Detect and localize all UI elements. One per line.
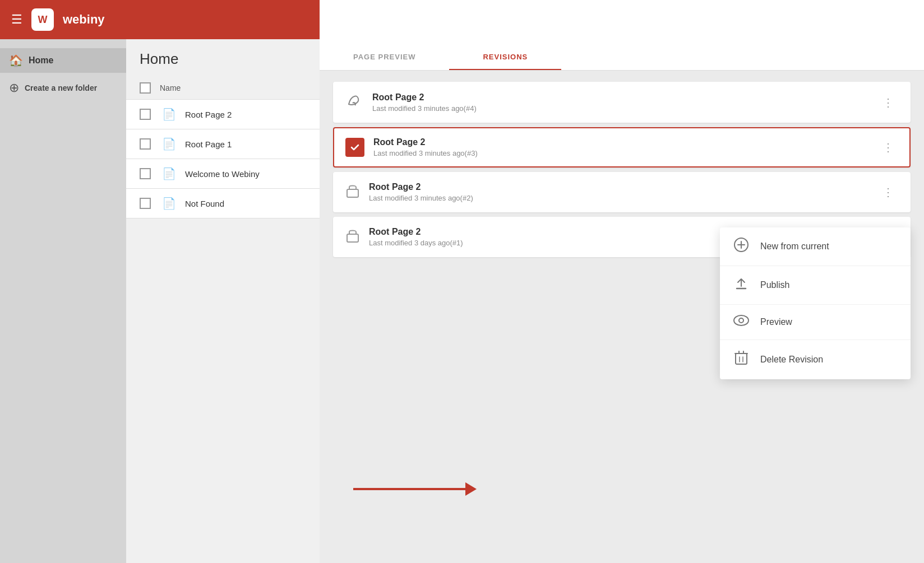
svg-point-8 (739, 318, 743, 323)
create-folder-icon: ⊕ (9, 81, 19, 95)
row-checkbox[interactable] (140, 198, 153, 209)
file-row[interactable]: 📄 Not Found (126, 189, 320, 218)
left-panel: 🏠 Home ⊕ Create a new folder Home Name (0, 39, 320, 563)
revision-more-button[interactable]: ⋮ (878, 183, 898, 201)
file-name: Not Found (185, 199, 224, 208)
delete-revision-icon (733, 350, 749, 369)
home-icon: 🏠 (9, 54, 23, 67)
row-checkbox[interactable] (140, 168, 153, 179)
menu-item-label: New from current (760, 241, 829, 252)
right-panel: PAGE PREVIEW REVISIONS Root Page 2 Las (320, 39, 924, 563)
hamburger-icon[interactable]: ☰ (11, 12, 22, 27)
logo-letter: W (38, 14, 48, 26)
svg-point-7 (734, 315, 749, 325)
arrow-line (353, 488, 465, 490)
tabs-bar: PAGE PREVIEW REVISIONS (320, 39, 924, 71)
menu-item-new-from-current[interactable]: New from current (720, 227, 911, 266)
row-checkbox[interactable] (140, 109, 153, 120)
sidebar-create-folder[interactable]: ⊕ Create a new folder (0, 75, 126, 101)
svg-rect-9 (736, 353, 747, 364)
publish-icon (733, 276, 749, 294)
revision-info: Root Page 2 Last modified 3 minutes ago(… (373, 137, 869, 157)
file-name: Root Page 1 (185, 139, 232, 149)
file-icon: 📄 (162, 197, 176, 210)
row-checkbox[interactable] (140, 138, 153, 150)
sidebar-home-label: Home (29, 55, 53, 66)
new-from-current-icon (733, 238, 749, 255)
file-icon: 📄 (162, 137, 176, 151)
file-row[interactable]: 📄 Root Page 2 (126, 100, 320, 129)
name-column-header: Name (160, 83, 181, 92)
revisions-panel: Root Page 2 Last modified 3 minutes ago(… (320, 71, 924, 563)
revision-more-button[interactable]: ⋮ (878, 94, 898, 111)
file-icon: 📄 (162, 108, 176, 121)
revision-lock-icon (345, 227, 360, 247)
file-list-panel: Home Name 📄 Root Page 2 (126, 39, 320, 563)
revision-card[interactable]: Root Page 2 Last modified 3 minutes ago(… (333, 172, 911, 212)
sidebar: 🏠 Home ⊕ Create a new folder (0, 39, 126, 563)
revision-info: Root Page 2 Last modified 3 minutes ago(… (372, 92, 869, 113)
menu-item-preview[interactable]: Preview (720, 305, 911, 340)
app-header: ☰ W webiny (0, 0, 320, 39)
context-menu: New from current Publish (720, 227, 911, 379)
arrow-head (465, 482, 477, 496)
tab-revisions[interactable]: REVISIONS (449, 53, 561, 70)
file-icon: 📄 (162, 167, 176, 180)
file-row[interactable]: 📄 Root Page 1 (126, 129, 320, 159)
revision-card[interactable]: Root Page 2 Last modified 3 minutes ago(… (333, 82, 911, 123)
menu-item-label: Preview (760, 317, 792, 327)
arrow-indicator (353, 482, 477, 496)
file-name: Welcome to Webiny (185, 169, 260, 179)
revision-more-button[interactable]: ⋮ (878, 138, 898, 156)
sidebar-item-home[interactable]: 🏠 Home (0, 48, 126, 73)
header-checkbox[interactable] (140, 82, 153, 94)
revision-edit-icon (345, 92, 363, 113)
file-name: Root Page 2 (185, 110, 232, 119)
app-name: webiny (63, 12, 105, 27)
svg-rect-1 (347, 234, 358, 242)
revision-title: Root Page 2 (369, 182, 869, 192)
file-list-header: Name (126, 77, 320, 100)
menu-item-label: Delete Revision (760, 355, 823, 365)
revision-lock-icon (345, 182, 360, 202)
tab-page-preview[interactable]: PAGE PREVIEW (320, 53, 449, 70)
file-row[interactable]: 📄 Welcome to Webiny (126, 159, 320, 189)
menu-item-label: Publish (760, 280, 789, 290)
revision-meta: Last modified 3 minutes ago(#3) (373, 149, 869, 157)
revision-meta: Last modified 3 minutes ago(#4) (372, 104, 869, 113)
revision-title: Root Page 2 (372, 92, 869, 103)
revision-checked-icon (345, 138, 364, 157)
revision-meta: Last modified 3 minutes ago(#2) (369, 194, 869, 202)
menu-item-publish[interactable]: Publish (720, 266, 911, 305)
file-list-title: Home (126, 39, 320, 77)
create-folder-label: Create a new folder (25, 83, 97, 93)
revision-info: Root Page 2 Last modified 3 minutes ago(… (369, 182, 869, 202)
revision-title: Root Page 2 (373, 137, 869, 147)
tabs-header-area (320, 0, 924, 39)
logo-badge: W (31, 8, 54, 31)
menu-item-delete-revision[interactable]: Delete Revision (720, 340, 911, 379)
preview-icon (733, 315, 749, 329)
svg-rect-0 (347, 189, 358, 197)
revision-card-selected[interactable]: Root Page 2 Last modified 3 minutes ago(… (333, 127, 911, 167)
